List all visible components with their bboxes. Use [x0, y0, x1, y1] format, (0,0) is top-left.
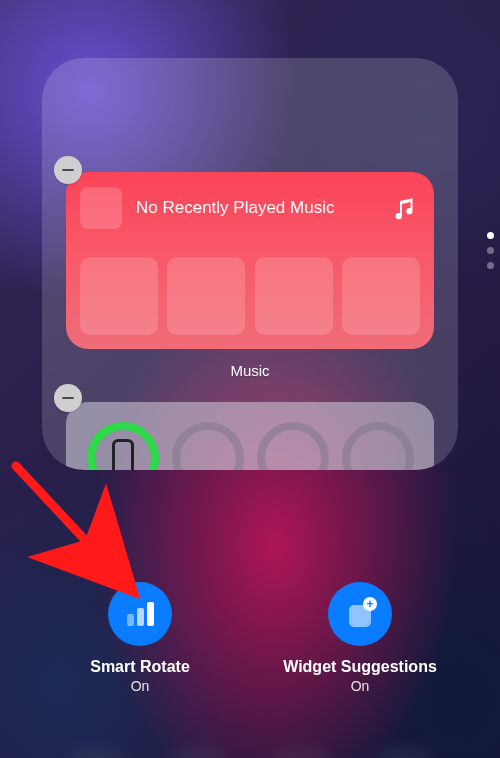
- widget-suggestions-button[interactable]: +: [328, 582, 392, 646]
- bars-icon: [127, 602, 154, 626]
- widget-suggestions-option[interactable]: + Widget Suggestions On: [260, 582, 460, 694]
- page-dot[interactable]: [487, 232, 494, 239]
- page-dot[interactable]: [487, 262, 494, 269]
- page-dot[interactable]: [487, 247, 494, 254]
- music-widget[interactable]: No Recently Played Music: [66, 172, 434, 349]
- remove-batteries-widget-button[interactable]: [54, 384, 82, 412]
- music-artwork-placeholder: [80, 187, 122, 229]
- widget-plus-icon: +: [345, 599, 375, 629]
- widget-suggestions-state: On: [351, 678, 370, 694]
- batteries-widget[interactable]: [66, 402, 434, 470]
- music-slot[interactable]: [255, 257, 333, 335]
- music-widget-title: No Recently Played Music: [136, 198, 390, 218]
- music-widget-label: Music: [42, 362, 458, 379]
- music-slot[interactable]: [167, 257, 245, 335]
- dock-blur: [0, 722, 500, 758]
- music-slot[interactable]: [80, 257, 158, 335]
- battery-ring-empty: [342, 422, 414, 470]
- svg-line-0: [16, 466, 128, 586]
- music-note-icon: [390, 193, 420, 223]
- stack-page-indicator[interactable]: [487, 232, 494, 269]
- phone-icon: [112, 439, 134, 470]
- battery-ring-empty: [172, 422, 244, 470]
- music-recent-slots: [80, 257, 420, 335]
- widget-stack-panel: No Recently Played Music Music: [42, 58, 458, 470]
- music-widget-header: No Recently Played Music: [80, 186, 420, 230]
- smart-rotate-state: On: [131, 678, 150, 694]
- minus-icon: [62, 397, 74, 400]
- battery-ring-empty: [257, 422, 329, 470]
- remove-music-widget-button[interactable]: [54, 156, 82, 184]
- minus-icon: [62, 169, 74, 172]
- music-slot[interactable]: [342, 257, 420, 335]
- stack-options-row: Smart Rotate On + Widget Suggestions On: [0, 582, 500, 694]
- battery-ring-phone: [87, 422, 159, 470]
- smart-rotate-option[interactable]: Smart Rotate On: [40, 582, 240, 694]
- smart-rotate-button[interactable]: [108, 582, 172, 646]
- smart-rotate-title: Smart Rotate: [90, 658, 190, 676]
- widget-suggestions-title: Widget Suggestions: [283, 658, 437, 676]
